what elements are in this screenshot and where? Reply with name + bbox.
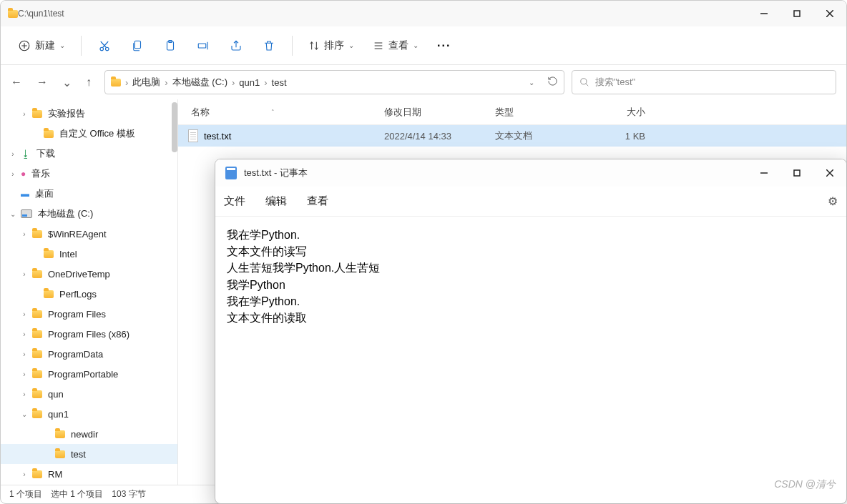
chevron-down-icon[interactable]: ⌄ (19, 410, 29, 418)
chevron-right-icon[interactable]: › (8, 170, 18, 178)
tree-item[interactable]: ⌄本地磁盘 (C:) (1, 204, 177, 224)
tree-item[interactable]: ›RM (1, 464, 177, 484)
svg-rect-4 (134, 41, 140, 49)
chevron-right-icon[interactable]: › (19, 270, 29, 278)
tree-item[interactable]: ›qun (1, 384, 177, 404)
new-button[interactable]: 新建 ⌄ (11, 35, 72, 56)
explorer-titlebar[interactable]: C:\qun1\test (1, 1, 846, 26)
tree-item-label: ProgramData (48, 349, 103, 360)
refresh-icon[interactable] (547, 76, 558, 89)
close-button[interactable] (813, 1, 846, 26)
close-button[interactable] (813, 160, 846, 186)
file-size: 1 KB (588, 131, 645, 142)
tree-item[interactable]: ›实验报告 (1, 104, 177, 124)
menu-edit[interactable]: 编辑 (265, 194, 287, 208)
file-row[interactable]: test.txt 2022/4/14 14:33 文本文档 1 KB (178, 125, 846, 147)
minimize-button[interactable] (748, 1, 780, 26)
column-headers[interactable]: 名称˄ 修改日期 类型 大小 (178, 99, 846, 125)
tree-item[interactable]: newdir (1, 424, 177, 444)
breadcrumb[interactable]: qun1 (239, 77, 260, 88)
tree-item[interactable]: ›ProgramData (1, 344, 177, 364)
tree-item[interactable]: ›Program Files (x86) (1, 324, 177, 344)
more-button[interactable]: ··· (430, 39, 458, 52)
tree-item[interactable]: ▬桌面 (1, 184, 177, 204)
notepad-title: test.txt - 记事本 (244, 167, 748, 179)
tree-item-label: test (71, 449, 86, 460)
recent-chevron[interactable]: ⌄ (62, 76, 72, 89)
chevron-right-icon[interactable]: › (8, 150, 18, 158)
chevron-down-icon[interactable]: ⌄ (8, 210, 18, 218)
chevron-right-icon[interactable]: › (19, 230, 29, 238)
back-button[interactable]: ← (11, 76, 22, 89)
nav-tree[interactable]: ›实验报告自定义 Office 模板›⭳下载›●音乐▬桌面⌄本地磁盘 (C:)›… (1, 99, 178, 485)
tree-item-label: 自定义 Office 模板 (59, 127, 135, 140)
folder-icon (55, 450, 65, 458)
maximize-button[interactable] (780, 1, 813, 26)
folder-icon (44, 250, 54, 258)
up-button[interactable]: ↑ (86, 76, 92, 89)
scrollbar-thumb[interactable] (172, 102, 177, 152)
rename-icon[interactable] (189, 33, 217, 59)
chevron-right-icon[interactable]: › (19, 330, 29, 338)
address-bar[interactable]: › 此电脑› 本地磁盘 (C:)› qun1› test ⌄ (104, 70, 564, 94)
breadcrumb[interactable]: 本地磁盘 (C:) (172, 76, 227, 89)
chevron-down-icon[interactable]: ⌄ (529, 79, 534, 87)
menu-file[interactable]: 文件 (224, 194, 245, 208)
svg-point-2 (100, 47, 104, 51)
tree-item[interactable]: ›OneDriveTemp (1, 264, 177, 284)
tree-item[interactable]: Intel (1, 244, 177, 264)
search-input[interactable]: 搜索"test" (572, 70, 836, 94)
breadcrumb[interactable]: test (272, 77, 287, 88)
chevron-right-icon[interactable]: › (19, 390, 29, 398)
tree-item[interactable]: ›Program Files (1, 304, 177, 324)
file-date: 2022/4/14 14:33 (384, 131, 495, 142)
notepad-menubar: 文件 编辑 查看 ⚙ (215, 187, 846, 217)
forward-button[interactable]: → (36, 76, 48, 89)
col-type[interactable]: 类型 (495, 106, 588, 119)
tree-item-label: RM (48, 469, 62, 480)
menu-view[interactable]: 查看 (307, 194, 328, 208)
tree-item[interactable]: ⌄qun1 (1, 404, 177, 424)
col-size[interactable]: 大小 (588, 106, 645, 119)
tree-item[interactable]: ›●音乐 (1, 164, 177, 184)
settings-icon[interactable]: ⚙ (828, 194, 838, 208)
tree-item-label: PerfLogs (59, 289, 97, 300)
minimize-button[interactable] (748, 160, 780, 186)
chevron-right-icon[interactable]: › (19, 470, 29, 478)
maximize-button[interactable] (780, 160, 813, 186)
chevron-right-icon[interactable]: › (19, 370, 29, 378)
col-name[interactable]: 名称 (191, 106, 210, 119)
cut-icon[interactable] (90, 33, 119, 59)
tree-item-label: Intel (59, 249, 77, 260)
folder-icon (32, 350, 42, 358)
svg-rect-0 (794, 11, 800, 16)
chevron-right-icon[interactable]: › (19, 310, 29, 318)
share-icon[interactable] (222, 33, 250, 59)
tree-item-label: 下载 (36, 147, 55, 160)
textfile-icon (188, 129, 198, 142)
tree-item[interactable]: 自定义 Office 模板 (1, 124, 177, 144)
nav-row: ← → ⌄ ↑ › 此电脑› 本地磁盘 (C:)› qun1› test ⌄ 搜… (1, 65, 846, 99)
svg-rect-7 (198, 44, 206, 48)
paste-icon[interactable] (156, 33, 185, 59)
tree-item[interactable]: test (1, 444, 177, 464)
sort-button[interactable]: 排序 ⌄ (301, 35, 361, 56)
tree-item[interactable]: ›⭳下载 (1, 144, 177, 164)
col-date[interactable]: 修改日期 (384, 106, 495, 119)
chevron-right-icon[interactable]: › (19, 110, 29, 118)
svg-point-8 (581, 79, 587, 84)
notepad-titlebar[interactable]: test.txt - 记事本 (215, 159, 846, 187)
tree-item-label: 桌面 (35, 187, 54, 200)
tree-item[interactable]: PerfLogs (1, 284, 177, 304)
tree-item[interactable]: ›ProgramPortable (1, 364, 177, 384)
search-placeholder: 搜索"test" (595, 76, 635, 89)
tree-item[interactable]: ›$WinREAgent (1, 224, 177, 244)
view-button[interactable]: 查看 ⌄ (366, 35, 426, 56)
breadcrumb[interactable]: 此电脑 (132, 76, 160, 89)
window-path: C:\qun1\test (18, 9, 748, 19)
copy-icon[interactable] (123, 33, 152, 59)
delete-icon[interactable] (255, 33, 283, 59)
notepad-content[interactable]: 我在学Python. 文本文件的读写 人生苦短我学Python.人生苦短 我学P… (215, 217, 846, 503)
chevron-right-icon[interactable]: › (19, 350, 29, 358)
tree-item-label: newdir (71, 429, 98, 440)
